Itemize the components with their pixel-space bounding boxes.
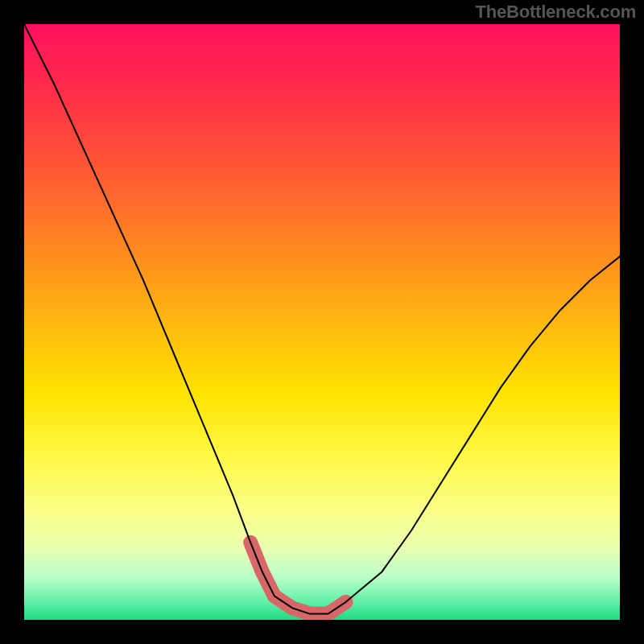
curve-svg — [24, 24, 620, 620]
plot-area — [24, 24, 620, 620]
watermark-text: TheBottleneck.com — [475, 2, 636, 23]
bottleneck-curve-line — [24, 24, 620, 614]
chart-frame: TheBottleneck.com — [0, 0, 644, 644]
